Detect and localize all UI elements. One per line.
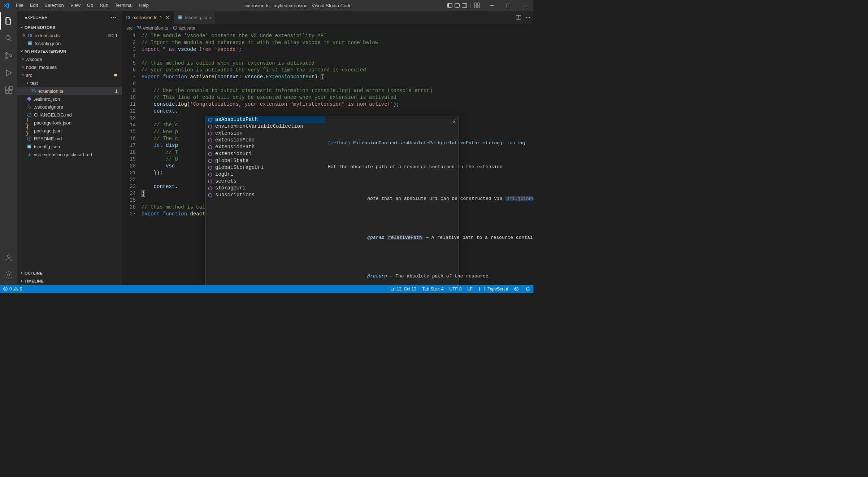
open-editor-item[interactable]: ✕TSextension.tssrc1 [17,31,122,39]
tab-more-icon[interactable]: ⋯ [526,15,530,20]
suggestion-item[interactable]: secrets [206,178,325,185]
code-line[interactable]: export function activate(context: vscode… [142,74,533,80]
code-line[interactable]: // Use the console to output diagnostic … [142,87,533,94]
status-notifications-icon[interactable] [522,285,533,293]
suggestion-item[interactable]: extension [206,130,325,137]
editor-tab[interactable]: TStsconfig.json [174,11,215,24]
code-line[interactable]: // The module 'vscode' contains the VS C… [142,32,533,39]
file-item[interactable]: .eslintrc.json [17,95,122,103]
suggestion-item[interactable]: extensionUri [206,150,325,157]
close-icon[interactable]: ✕ [164,14,170,20]
file-icon: TS [27,41,33,46]
menu-help[interactable]: Help [136,0,152,11]
code-line[interactable] [142,53,533,60]
layout-sidebar-left-icon[interactable] [447,3,453,8]
status-eol[interactable]: LF [465,285,476,293]
activity-extensions-icon[interactable] [0,82,17,99]
file-icon: TS [26,144,32,149]
menu-run[interactable]: Run [96,0,112,11]
editor-tabs: TSextension.ts1✕TStsconfig.json ⋯ [122,11,533,24]
window-minimize-button[interactable] [483,0,500,11]
file-item[interactable]: TSextension.ts1 [17,87,122,95]
file-item[interactable]: { }package.json [17,127,122,135]
menu-go[interactable]: Go [84,0,96,11]
activity-settings-icon[interactable] [0,266,17,284]
suggestion-item[interactable]: globalState [206,157,325,164]
suggestion-list[interactable]: asAbsolutePathenvironmentVariableCollect… [206,116,325,285]
breadcrumb-item[interactable]: src [126,25,133,31]
menu-view[interactable]: View [67,0,84,11]
suggestion-item[interactable]: environmentVariableCollection [206,123,325,130]
status-problems[interactable]: 0 0 [0,285,25,293]
activity-search-icon[interactable] [0,30,17,47]
folder-item[interactable]: node_modules [17,63,122,71]
file-item[interactable]: iREADME.md [17,135,122,143]
activity-source-control-icon[interactable] [0,47,17,64]
workspace-header[interactable]: MYFIRSTEXTENSION [17,47,122,55]
close-icon[interactable]: ✕ [21,33,27,38]
split-editor-icon[interactable] [516,14,521,20]
breadcrumb-item[interactable]: TS extension.ts [137,25,168,31]
open-editors-header[interactable]: OPEN EDITORS [17,23,122,31]
method-icon [207,186,213,191]
file-item[interactable]: TStsconfig.json [17,143,122,150]
file-item[interactable]: CHANGELOG.md [17,111,122,119]
suggestion-item[interactable]: extensionPath [206,144,325,150]
layout-sidebar-right-icon[interactable] [461,3,467,8]
folder-item[interactable]: src [17,71,122,79]
folder-item[interactable]: .vscode [17,55,122,63]
menu-terminal[interactable]: Terminal [112,0,136,11]
code-line[interactable]: // This line of code will only be execut… [142,94,533,101]
status-feedback-icon[interactable] [511,285,522,293]
method-icon [207,117,213,122]
status-language[interactable]: { } TypeScript [476,285,511,293]
activity-accounts-icon[interactable] [0,249,17,266]
open-editor-item[interactable]: TStsconfig.json [17,39,122,47]
svg-rect-17 [5,91,8,93]
folder-item[interactable]: test [17,79,122,87]
layout-customize-icon[interactable] [474,3,480,8]
menu-edit[interactable]: Edit [27,0,41,11]
activity-explorer-icon[interactable] [0,12,17,30]
suggestion-item[interactable]: subscriptions [206,192,325,198]
file-item[interactable]: .vscodeignore [17,103,122,111]
chevron-right-icon [25,81,30,85]
code-line[interactable]: context. [142,108,533,115]
suggestion-item[interactable]: asAbsolutePath [206,116,325,123]
suggestion-item[interactable]: logUri [206,171,325,178]
suggestion-item[interactable]: globalStorageUri [206,164,325,171]
code-line[interactable]: // this method is called when your exten… [142,60,533,67]
param-doc: @param relativePath — A relative path to… [328,227,456,248]
menu-selection[interactable]: Selection [41,0,67,11]
editor-tab[interactable]: TSextension.ts1✕ [122,11,174,24]
timeline-header[interactable]: TIMELINE [17,277,122,285]
method-icon [207,131,213,136]
menu-file[interactable]: File [13,0,27,11]
layout-panel-icon[interactable] [454,3,460,8]
status-encoding[interactable]: UTF-8 [447,285,465,293]
code-line[interactable]: // Import the module and reference it wi… [142,39,533,46]
sidebar-more-icon[interactable]: ⋯ [110,14,117,21]
close-icon[interactable]: ✕ [453,118,456,126]
chevron-down-icon [19,49,25,53]
window-maximize-button[interactable] [500,0,517,11]
status-indentation[interactable]: Tab Size: 4 [419,285,446,293]
breadcrumb-item[interactable]: activate [173,25,195,31]
code-line[interactable]: import * as vscode from 'vscode'; [142,46,533,53]
code-editor[interactable]: 1234567891011121314151617181920212223242… [122,32,533,285]
activity-run-debug-icon[interactable] [0,64,17,82]
code-line[interactable]: // your extension is activated the very … [142,67,533,74]
window-close-button[interactable] [517,0,533,11]
svg-point-21 [8,274,10,276]
breadcrumbs[interactable]: src›TS extension.ts› activate [122,24,533,32]
file-item[interactable]: { }package-lock.json [17,119,122,127]
code-content[interactable]: // The module 'vscode' contains the VS C… [142,32,533,285]
suggestion-item[interactable]: extensionMode [206,137,325,144]
status-cursor-position[interactable]: Ln 12, Col 13 [388,285,419,293]
suggestion-item[interactable]: storageUri [206,185,325,192]
code-line[interactable]: console.log('Congratulations, your exten… [142,101,533,108]
file-item[interactable]: vsc-extension-quickstart.md [17,150,122,158]
code-line[interactable] [142,80,533,87]
svg-rect-11 [507,4,510,7]
outline-header[interactable]: OUTLINE [17,269,122,277]
